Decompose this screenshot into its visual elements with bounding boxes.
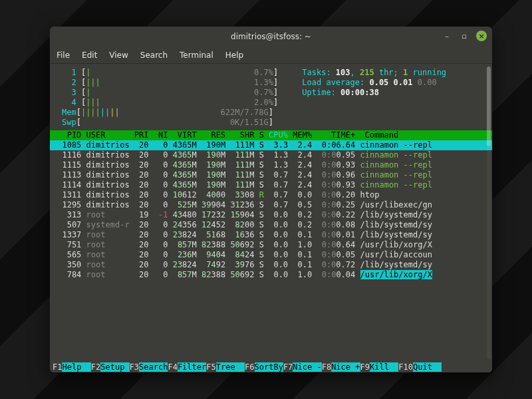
menu-help[interactable]: Help [225, 51, 243, 60]
process-header[interactable]: PID USER PRI NI VIRT RES SHR S CPU% MEM%… [50, 130, 492, 140]
process-row[interactable]: 1114 dimitrios 20 0 4365M 190M 111M S 0.… [50, 180, 492, 190]
menu-view[interactable]: View [109, 51, 128, 60]
terminal-window: dimitrios@itsfoss: ~ – ▫ × File Edit Vie… [50, 27, 492, 372]
window-title: dimitrios@itsfoss: ~ [231, 32, 311, 41]
scrollbar-thumb[interactable] [487, 66, 491, 146]
menu-edit[interactable]: Edit [82, 51, 97, 60]
maximize-button[interactable]: ▫ [459, 31, 469, 41]
menu-terminal[interactable]: Terminal [180, 51, 213, 60]
process-row[interactable]: 565 root 20 0 236M 9404 8424 S 0.0 0.1 0… [50, 250, 492, 260]
process-row[interactable]: 313 root 19 -1 43480 17232 15904 S 0.0 0… [50, 210, 492, 220]
window-controls: – ▫ × [442, 31, 487, 41]
process-row[interactable]: 1115 dimitrios 20 0 4365M 190M 111M S 1.… [50, 160, 492, 170]
close-button[interactable]: × [476, 31, 487, 41]
process-row[interactable]: 1085 dimitrios 20 0 4365M 190M 111M S 3.… [50, 140, 492, 150]
htop-meters: 1 [| 0.7%] Tasks: 103, 215 thr; 1 runnin… [50, 68, 492, 128]
minimize-button[interactable]: – [442, 31, 452, 41]
process-row[interactable]: 1113 dimitrios 20 0 4365M 190M 111M S 0.… [50, 170, 492, 180]
menu-file[interactable]: File [57, 51, 70, 60]
process-row[interactable]: 1116 dimitrios 20 0 4365M 190M 111M S 1.… [50, 150, 492, 160]
process-row[interactable]: 784 root 20 0 857M 82388 50692 S 0.0 1.0… [50, 270, 492, 280]
menu-search[interactable]: Search [140, 51, 168, 60]
process-row[interactable]: 1311 dimitrios 20 0 10612 4000 3308 R 0.… [50, 190, 492, 200]
process-row[interactable]: 350 root 20 0 23824 7492 3976 S 0.0 0.1 … [50, 260, 492, 270]
process-list[interactable]: 1085 dimitrios 20 0 4365M 190M 111M S 3.… [50, 140, 492, 280]
process-row[interactable]: 507 systemd-r 20 0 24356 12452 8200 S 0.… [50, 220, 492, 230]
process-row[interactable]: 751 root 20 0 857M 82388 50692 S 0.0 1.0… [50, 240, 492, 250]
fkey-bar[interactable]: F1Help F2Setup F3SearchF4FilterF5Tree F6… [50, 362, 492, 372]
terminal-output[interactable]: 1 [| 0.7%] Tasks: 103, 215 thr; 1 runnin… [50, 64, 492, 372]
process-row[interactable]: 1295 dimitrios 20 0 525M 39904 31236 S 0… [50, 200, 492, 210]
menubar: File Edit View Search Terminal Help [50, 47, 492, 64]
titlebar[interactable]: dimitrios@itsfoss: ~ – ▫ × [50, 27, 492, 47]
process-row[interactable]: 1337 root 20 0 23824 5168 1636 S 0.0 0.1… [50, 230, 492, 240]
